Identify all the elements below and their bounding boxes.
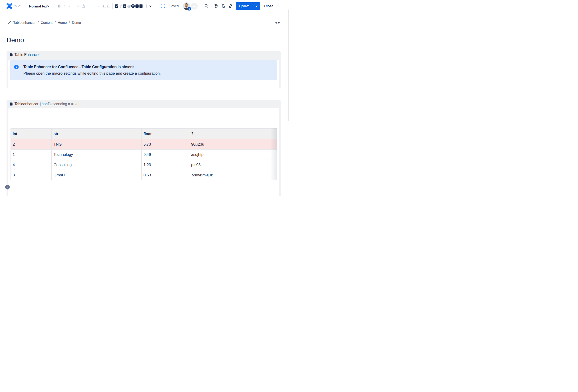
- comments-button[interactable]: [212, 4, 219, 8]
- update-split-button: Update: [236, 2, 260, 10]
- layouts-button[interactable]: [139, 4, 143, 8]
- breadcrumb-separator: /: [69, 21, 70, 25]
- bullet-list-button[interactable]: [93, 4, 96, 8]
- toolbar-divider: [91, 3, 91, 9]
- info-panel: Table Enhancer for Confluence - Table Co…: [10, 60, 277, 80]
- table-row[interactable]: 1 Technology 9.49 asdjhfp: [11, 150, 277, 160]
- italic-button[interactable]: I: [62, 4, 66, 8]
- cell-str: GmbH: [52, 170, 142, 180]
- macro-title: Table Enhancer: [14, 53, 40, 57]
- cell-int: 4: [11, 160, 52, 170]
- column-header-q[interactable]: ?: [189, 129, 277, 139]
- numbered-list-button[interactable]: [97, 4, 101, 8]
- close-button[interactable]: Close: [263, 2, 275, 10]
- indent-button[interactable]: [106, 4, 110, 8]
- macro-body: Table Enhancer for Confluence - Table Co…: [8, 60, 279, 89]
- help-button[interactable]: ?: [5, 185, 10, 190]
- text-color-button[interactable]: A: [82, 4, 86, 8]
- insert-more-button[interactable]: [145, 4, 149, 8]
- undo-button[interactable]: [13, 4, 17, 8]
- saving-spinner-icon: [161, 4, 165, 8]
- macro-doc-icon: [10, 53, 13, 56]
- insert-table-button[interactable]: [135, 4, 139, 8]
- emoji-button[interactable]: [131, 4, 135, 8]
- insert-image-button[interactable]: [123, 4, 126, 8]
- vertical-scrollbar[interactable]: [288, 9, 289, 121]
- bullet-list-icon: [93, 4, 96, 8]
- copy-link-button[interactable]: [227, 4, 234, 8]
- macro-body: int str float ? 2 TNG 5.73 90ß23u: [8, 108, 279, 196]
- numbered-list-icon: [97, 4, 101, 8]
- italic-icon: I: [63, 4, 65, 8]
- text-style-chevron-icon: [47, 5, 50, 7]
- text-style-dropdown[interactable]: Normal text: [29, 4, 47, 8]
- table-row[interactable]: 4 Consulting 1.23 µ s98: [11, 160, 277, 170]
- page-title: Demo: [6, 36, 24, 44]
- unlock-button[interactable]: [220, 4, 227, 8]
- cell-float: 5.73: [142, 139, 189, 150]
- cell-str: TNG: [52, 139, 142, 150]
- breadcrumb-item-home[interactable]: Home: [58, 21, 67, 25]
- redo-icon: [17, 4, 22, 8]
- info-panel-title: Table Enhancer for Confluence - Table Co…: [23, 64, 160, 70]
- data-table: int str float ? 2 TNG 5.73 90ß23u: [10, 128, 277, 180]
- breadcrumb-item-space[interactable]: Tableenhancer: [13, 21, 36, 25]
- text-align-button[interactable]: [72, 4, 76, 8]
- table-scroll-container[interactable]: int str float ? 2 TNG 5.73 90ß23u: [10, 128, 277, 180]
- confluence-logo-icon[interactable]: [6, 3, 13, 9]
- emoji-icon: [131, 4, 135, 8]
- cell-q: µ s98: [189, 160, 277, 170]
- cell-q: ysdvßm9juz: [189, 170, 277, 180]
- mention-button[interactable]: @: [127, 4, 131, 8]
- text-align-icon: [72, 4, 76, 8]
- breadcrumb: Tableenhancer / Content / Home / Demo: [7, 19, 81, 26]
- macro-title: Tableenhancer: [14, 102, 38, 106]
- more-formatting-button[interactable]: [66, 4, 70, 8]
- search-button[interactable]: [203, 4, 210, 8]
- column-header-str[interactable]: str: [52, 129, 142, 139]
- table-row[interactable]: 3 GmbH 0.53 ysdvßm9juz: [11, 170, 277, 180]
- edit-pencil-icon: [7, 21, 11, 25]
- breadcrumb-item-page[interactable]: Demo: [72, 21, 81, 25]
- insert-link-button[interactable]: [119, 4, 123, 8]
- column-header-int[interactable]: int: [11, 129, 52, 139]
- cell-str: Technology: [52, 150, 142, 160]
- update-dropdown-button[interactable]: [253, 2, 260, 10]
- cell-int: 3: [11, 170, 52, 180]
- editor-toolbar: Normal text B I A: [0, 0, 289, 12]
- task-list-button[interactable]: [115, 4, 118, 8]
- cell-float: 0.53: [142, 170, 189, 180]
- link-icon: [119, 4, 123, 8]
- more-formatting-icon: [66, 4, 70, 8]
- macro-table-enhancer[interactable]: Table Enhancer Table Enhancer for Conflu…: [6, 51, 281, 88]
- macro-tableenhancer[interactable]: Tableenhancer | sortDescending = true | …: [6, 100, 281, 196]
- update-button[interactable]: Update: [236, 2, 253, 10]
- undo-icon: [13, 4, 17, 8]
- outdent-button[interactable]: [102, 4, 106, 8]
- text-color-icon: A: [82, 4, 85, 8]
- bold-button[interactable]: B: [57, 4, 61, 8]
- macro-header: Tableenhancer | sortDescending = true | …: [6, 100, 281, 108]
- insert-more-chevron-icon: [149, 5, 152, 7]
- table-row[interactable]: 2 TNG 5.73 90ß23u: [11, 139, 277, 150]
- collapse-arrows-icon: [275, 21, 280, 24]
- confluence-logo-svg: [6, 3, 13, 9]
- redo-button[interactable]: [17, 4, 22, 8]
- text-color-chevron-icon: [87, 5, 89, 7]
- breadcrumb-item-content[interactable]: Content: [41, 21, 52, 25]
- user-avatar[interactable]: S: [183, 2, 190, 10]
- spinner-svg: [161, 4, 165, 8]
- table-header-row: int str float ?: [11, 129, 277, 139]
- macro-params: | sortDescending = true | …: [40, 102, 84, 106]
- more-options-button[interactable]: [277, 4, 282, 8]
- more-options-icon: [278, 4, 281, 8]
- info-panel-body: Please open the macro settings while edi…: [23, 70, 160, 77]
- column-header-float[interactable]: float: [142, 129, 189, 139]
- cell-q: 90ß23u: [189, 139, 277, 150]
- search-icon: [204, 4, 209, 8]
- avatar-space-badge: S: [188, 7, 191, 10]
- cell-q: asdjhfp: [189, 150, 277, 160]
- share-link-icon: [228, 4, 233, 8]
- collapse-width-button[interactable]: [275, 20, 280, 25]
- invite-button[interactable]: [191, 2, 198, 10]
